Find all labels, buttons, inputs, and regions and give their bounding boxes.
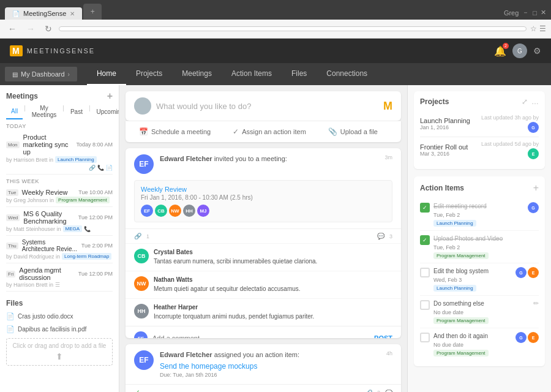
list-item[interactable]: Do something else No due date Program Ma… [420, 296, 539, 328]
comment-input[interactable] [152, 334, 369, 338]
meeting-time: Tue 2:00 PM [81, 243, 113, 249]
comment-content: Heather Harper Incorrupte torquatum anim… [154, 304, 314, 321]
check-done-icon[interactable]: ✓ [420, 203, 430, 213]
list-item[interactable]: 📄 Cras justo odio.docx [6, 310, 113, 323]
settings-icon[interactable]: ⚙ [533, 46, 541, 56]
comment-text: Incorrupte torquatum animi nudus, pendet… [154, 312, 314, 321]
action-placeholder[interactable]: What would you like to do? [156, 102, 251, 111]
list-item[interactable]: And then do it again No due date Program… [420, 328, 539, 360]
tab-action-items[interactable]: Action Items [222, 63, 282, 85]
list-item[interactable]: ✓ Edit meeting record Tue, Feb 2 Launch … [420, 198, 539, 231]
filter-past[interactable]: Past [66, 104, 88, 119]
meeting-title: Product marketing sync up [23, 134, 74, 156]
list-item[interactable]: ✓ Upload Photos and Video Tue, Feb 2 Pro… [420, 231, 539, 263]
list-item[interactable]: 📄 Dapibus ac facilisis in.pdf [6, 323, 113, 336]
assign-label: Assign an action item [242, 128, 306, 135]
phone-icon: 📞 [84, 226, 91, 232]
file-drop-zone[interactable]: Click or drag and drop to add a file ⬆ [6, 338, 113, 366]
menu-icon[interactable]: ☰ [539, 24, 546, 33]
list-item[interactable]: Launch Planning Jan 1, 2016 Last updated… [420, 111, 539, 137]
project-avatar: E [528, 148, 539, 159]
tab-close-icon[interactable]: ✕ [70, 10, 75, 17]
feed-content: Edward Fletcher assigned you an action i… [160, 350, 380, 378]
feed-user: Edward Fletcher [160, 155, 212, 162]
meeting-participants: EF CB NW HH MJ [141, 205, 386, 217]
action-items-add-button[interactable]: + [533, 183, 539, 194]
project-date: Mar 3, 2016 [420, 151, 468, 157]
check-empty-icon[interactable] [420, 333, 430, 342]
schedule-meeting-button[interactable]: 📅 Schedule a meeting [134, 125, 216, 138]
refresh-button[interactable]: ↻ [42, 23, 55, 35]
address-bar[interactable] [59, 26, 527, 31]
new-tab-icon[interactable]: + [91, 7, 95, 16]
schedule-label: Schedule a meeting [151, 128, 211, 135]
list-item[interactable]: Thu Systems Architecture Revie... Tue 2:… [6, 236, 113, 263]
browser-tab[interactable]: 📄 MeetingSense ✕ [5, 7, 82, 20]
action-items-header: Action Items + [420, 183, 539, 194]
logo: M MEETINGSENSE [10, 45, 95, 56]
participant-avatar: NW [169, 205, 181, 217]
meeting-detail-title[interactable]: Weekly Review [141, 186, 386, 193]
star-icon[interactable]: ☆ [530, 24, 537, 33]
upload-file-button[interactable]: 📎 Upload a file [323, 125, 383, 138]
tab-files[interactable]: Files [282, 63, 317, 85]
feed-card-meeting-invite: EF Edward Fletcher invited you to a meet… [126, 148, 401, 338]
tab-projects[interactable]: Projects [126, 63, 172, 85]
feed-time: 3m [384, 154, 392, 160]
filter-all[interactable]: All [6, 104, 23, 119]
day-badge: Fri [6, 271, 15, 277]
maximize-icon[interactable]: □ [533, 9, 537, 17]
meeting-by: by Matt Steinhouser in [6, 226, 61, 232]
meeting-time: Tue 12:00 PM [78, 271, 113, 277]
list-item[interactable]: Mon Product marketing sync up Today 8:00… [6, 130, 113, 175]
action-item-content: Upload Photos and Video Tue, Feb 2 Progr… [433, 235, 539, 259]
filter-my-meetings[interactable]: My Meetings [27, 104, 62, 119]
edit-icon[interactable]: ✏ [533, 300, 539, 307]
filter-upcoming[interactable]: Upcoming [92, 104, 119, 119]
comment-icon: 💬 [377, 233, 384, 239]
avatar[interactable]: G [512, 43, 527, 58]
check-done-icon[interactable]: ✓ [420, 235, 430, 245]
expand-icon[interactable]: ⤢ [522, 97, 528, 106]
meeting-detail-box: Weekly Review Fri Jan 1, 2016, 8:00 - 10… [134, 180, 392, 222]
feed-title: Edward Fletcher assigned you an action i… [160, 350, 380, 360]
action-item-text: Edit the blog system [433, 267, 512, 276]
list-item[interactable]: Frontier Roll out Mar 3, 2016 Last updat… [420, 137, 539, 163]
tab-meetings[interactable]: Meetings [172, 63, 222, 85]
list-item[interactable]: Fri Agenda mgmt discussion Tue 12:00 PM … [6, 263, 113, 292]
tab-home[interactable]: Home [87, 63, 126, 85]
comment-author: Heather Harper [154, 304, 314, 311]
forward-button[interactable]: → [23, 23, 38, 35]
list-item[interactable]: Tue Weekly Review Tue 10:00 AM by Greg J… [6, 186, 113, 207]
action-item-avatars: G [528, 202, 539, 213]
minimize-icon[interactable]: － [522, 8, 529, 17]
action-item-tag: Program Management [433, 252, 489, 259]
action-item-tag: Launch Planning [433, 220, 476, 227]
check-empty-icon[interactable] [420, 268, 430, 277]
list-item[interactable]: Wed MS 6 Quality Benchmarking Tue 12:00 … [6, 207, 113, 236]
breadcrumb[interactable]: ▤ My Dashboard › [5, 67, 77, 81]
window-close-icon[interactable]: ✕ [541, 9, 546, 17]
phone-icon: 📞 [97, 165, 104, 171]
feed-user: Edward Fletcher [160, 351, 212, 358]
back-button[interactable]: ← [5, 23, 20, 35]
file-drop-label: Click or drag and drop to add a file [13, 342, 107, 349]
nav-tabs: Home Projects Meetings Action Items File… [87, 63, 377, 85]
more-icon[interactable]: … [531, 97, 539, 106]
app-header: M MEETINGSENSE 🔔 2 G ⚙ [0, 39, 551, 63]
action-item-text: Edit meeting record [433, 202, 524, 211]
comment-content: Crystal Bates Tantas earum numera, scrib… [154, 249, 317, 266]
post-button[interactable]: POST [374, 334, 392, 338]
comment-author: Crystal Bates [154, 249, 317, 255]
tab-connections[interactable]: Connections [317, 63, 377, 85]
action-item-content: And then do it again No due date Program… [433, 332, 512, 356]
check-empty-icon[interactable] [420, 300, 430, 310]
project-avatar: G [528, 122, 539, 133]
meetings-add-button[interactable]: + [107, 91, 113, 101]
notification-icon[interactable]: 🔔 2 [494, 45, 506, 57]
assign-action-button[interactable]: ✓ Assign an action item [228, 125, 311, 138]
project-name: Frontier Roll out [420, 143, 468, 151]
list-item[interactable]: Edit the blog system Wed, Feb 3 Launch P… [420, 263, 539, 296]
action-item-link[interactable]: Send the homepage mockups [160, 362, 380, 371]
meeting-tag: MEGA [63, 225, 83, 232]
